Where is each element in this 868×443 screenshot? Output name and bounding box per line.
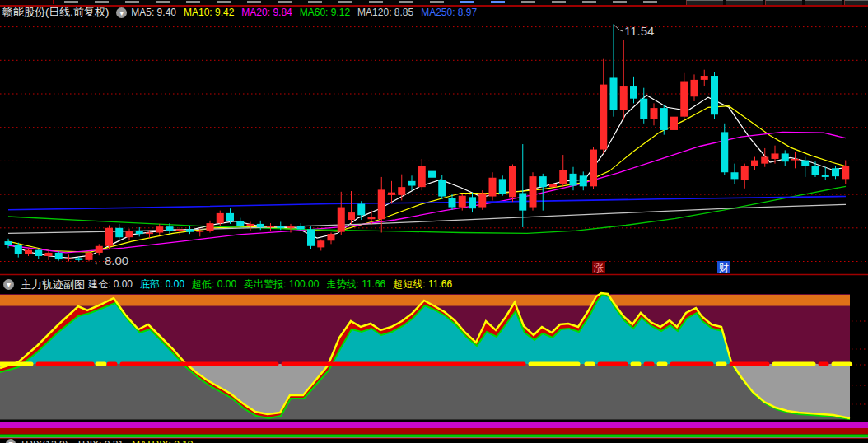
indicator-item-5: 超短线: 11.66	[393, 277, 452, 291]
ma-item-1: MA10: 9.42	[184, 7, 234, 18]
indicator-item-3: 卖出警报: 100.00	[244, 277, 319, 291]
trix-value: TRIX: 0.21	[77, 439, 124, 443]
menu-item-remnant[interactable]	[95, 1, 109, 3]
event-badge-text: 涨	[593, 262, 604, 273]
ma-item-2: MA20: 9.84	[241, 7, 292, 18]
menu-item-remnant[interactable]	[430, 1, 444, 3]
main-grid	[0, 27, 868, 262]
trading-app-window: 11.54←8.00涨财 赣能股份(日线.前复权) ▾ MA5: 9.40MA1…	[0, 0, 868, 443]
indicator-item-2: 超低: 0.00	[192, 277, 236, 291]
top-menu-strip[interactable]	[0, 0, 868, 7]
chevron-down-icon[interactable]: ▾	[116, 7, 127, 18]
menu-item-remnant[interactable]	[338, 1, 352, 3]
menu-item-remnant[interactable]	[491, 1, 505, 3]
menu-item-remnant[interactable]	[278, 1, 292, 3]
ma-item-5: MA250: 8.97	[421, 7, 477, 18]
menu-item-remnant[interactable]	[521, 1, 535, 3]
ma-line-MA120	[8, 204, 846, 233]
indicator-panel	[0, 293, 868, 438]
ma-item-4: MA120: 8.85	[357, 7, 413, 18]
menu-item-remnant[interactable]	[125, 1, 139, 3]
charts-canvas[interactable]: 11.54←8.00涨财	[0, 0, 868, 443]
top-left-box	[0, 0, 54, 4]
trix-indicator-name[interactable]: TRIX(12,9)	[20, 439, 68, 443]
ma-line-MA5	[8, 96, 846, 259]
menu-item-remnant[interactable]	[64, 1, 78, 3]
ma-item-0: MA5: 9.40	[131, 7, 176, 18]
indicator-header: ▾ 主力轨迹副图 建仓: 0.00底部: 0.00超低: 0.00卖出警报: 1…	[0, 277, 868, 292]
menu-item-remnant[interactable]	[186, 1, 200, 3]
low-price-annotation: ←8.00	[92, 254, 128, 268]
event-badge-text: 财	[719, 262, 729, 273]
indicator-item-4: 走势线: 11.66	[326, 277, 385, 291]
menu-item-remnant[interactable]	[156, 1, 170, 3]
toolbar-button-remnant[interactable]	[726, 0, 763, 5]
ma-line-MA250	[8, 197, 846, 210]
chevron-down-icon[interactable]: ▾	[3, 279, 14, 290]
ma-line-MA10	[8, 106, 846, 252]
ma-item-3: MA60: 9.12	[300, 7, 350, 18]
ma-lines	[8, 96, 846, 259]
menu-item-remnant[interactable]	[552, 1, 566, 3]
toolbar-button-remnant[interactable]	[765, 0, 802, 5]
menu-item-remnant[interactable]	[582, 1, 596, 3]
indicator-values-row: 建仓: 0.00底部: 0.00超低: 0.00卖出警报: 100.00走势线:…	[88, 277, 460, 291]
menu-item-remnant[interactable]	[369, 1, 383, 3]
candles	[5, 24, 850, 261]
stock-title[interactable]: 赣能股份(日线.前复权)	[2, 5, 109, 20]
menu-item-remnant[interactable]	[217, 1, 231, 3]
toolbar-button-remnant[interactable]	[805, 0, 842, 5]
indicator-item-0: 建仓: 0.00	[88, 277, 133, 291]
high-price-annotation: 11.54	[624, 24, 654, 38]
chevron-down-icon[interactable]: ▾	[6, 439, 16, 443]
ma-line-MA60	[8, 186, 846, 233]
menu-item-remnant[interactable]	[613, 1, 627, 3]
ma-values-row: MA5: 9.40MA10: 9.42MA20: 9.84MA60: 9.12M…	[131, 7, 484, 18]
menu-item-remnant[interactable]	[247, 1, 261, 3]
menu-item-remnant[interactable]	[460, 1, 474, 3]
indicator-item-1: 底部: 0.00	[140, 277, 184, 291]
menu-item-remnant[interactable]	[643, 1, 657, 3]
toolbar-button-remnant[interactable]	[844, 0, 868, 5]
menu-item-remnant[interactable]	[399, 1, 413, 3]
menu-item-remnant[interactable]	[308, 1, 322, 3]
main-chart-header: 赣能股份(日线.前复权) ▾ MA5: 9.40MA10: 9.42MA20: …	[0, 5, 868, 20]
matrix-value: MATRIX: 0.19	[132, 439, 193, 443]
toolbar-button-remnant[interactable]	[686, 0, 723, 5]
indicator-title[interactable]: 主力轨迹副图	[21, 277, 85, 292]
trix-footer: ▾ TRIX(12,9) TRIX: 0.21 MATRIX: 0.19	[2, 439, 202, 443]
